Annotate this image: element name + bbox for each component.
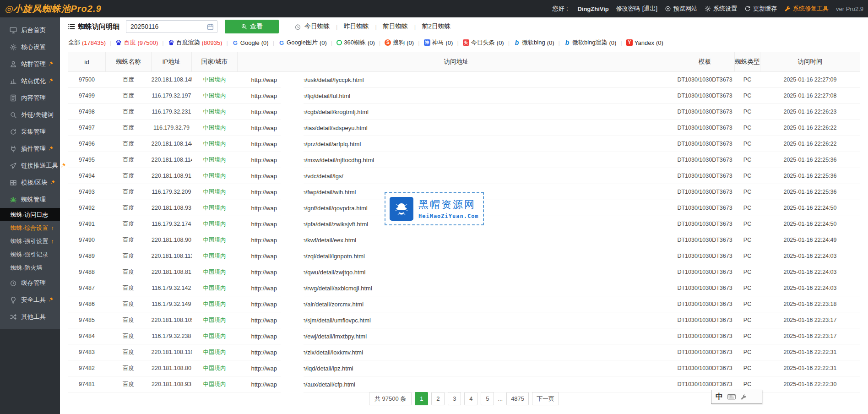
url-path: cn/sjm/detail/umfiovpc.html: [299, 317, 371, 324]
cell-spider-type: PC: [735, 248, 760, 264]
sidebar-item-蜘蛛管理[interactable]: 蜘蛛管理: [0, 191, 60, 208]
filter-360蜘蛛[interactable]: 360蜘蛛(0): [336, 38, 375, 47]
cell-spider-name: 百度: [106, 344, 152, 360]
sidebar-item-采集管理[interactable]: 采集管理: [0, 123, 60, 140]
page-button-4[interactable]: 4: [464, 392, 477, 405]
filter-count: (0): [609, 39, 617, 46]
cell-spider-name: 百度: [106, 104, 152, 120]
filter-Yandex[interactable]: YYandex(0): [626, 39, 663, 46]
cell-spider-name: 百度: [106, 232, 152, 248]
logout-link[interactable]: [退出]: [642, 5, 657, 13]
table-row: 97488百度220.181.108.81中国境内http://wapcn/qw…: [68, 264, 860, 280]
quick-link-label: 前日蜘蛛: [383, 22, 408, 31]
username: DingZhiVip: [577, 5, 608, 12]
sidebar-item-其他工具[interactable]: 其他工具: [0, 308, 60, 325]
page-button-5[interactable]: 5: [481, 392, 494, 405]
sidebar-subitem-蜘蛛·访问日志[interactable]: 蜘蛛·访问日志: [0, 208, 60, 221]
sidebar-item-外链/关键词[interactable]: 外链/关键词: [0, 106, 60, 123]
cell-region: 中国境内: [192, 216, 238, 232]
ime-toolbar[interactable]: 中: [711, 390, 762, 404]
cell-id: 97497: [68, 120, 106, 136]
cell-region: 中国境内: [192, 296, 238, 312]
update-cache-link[interactable]: 更新缓存: [744, 5, 777, 13]
stopwatch-icon: [294, 23, 301, 30]
shuffle-icon: [10, 313, 17, 321]
next-page-button[interactable]: 下一页: [532, 392, 559, 405]
pin-icon: [48, 297, 54, 303]
quick-link-前2日蜘蛛[interactable]: 前2日蜘蛛: [422, 22, 451, 31]
sidebar-item-缓存管理[interactable]: 缓存管理: [0, 274, 60, 291]
separator: |: [162, 39, 163, 46]
cell-visit-time: 2025-01-16 22:24:50: [760, 200, 860, 216]
url-prefix: http://wap: [251, 237, 277, 244]
page-button-4875[interactable]: 4875: [506, 392, 529, 405]
filter-百度渲染[interactable]: 百度渲染(80935): [168, 38, 222, 47]
sidebar-item-安全工具[interactable]: 安全工具: [0, 291, 60, 308]
cell-spider-type: PC: [735, 264, 760, 280]
cell-id: 97498: [68, 104, 106, 120]
cell-ip: 220.181.108.80: [152, 360, 192, 376]
cell-id: 97493: [68, 184, 106, 200]
system-settings-link[interactable]: 系统设置: [705, 5, 737, 13]
preview-site-link[interactable]: 预览网站: [665, 5, 697, 13]
cell-spider-name: 百度: [106, 376, 152, 392]
sidebar-subitem-蜘蛛·综合设置[interactable]: 蜘蛛·综合设置↑: [0, 221, 60, 234]
filter-微软bing渲染[interactable]: b微软bing渲染(0): [564, 38, 616, 47]
page-button-3[interactable]: 3: [448, 392, 461, 405]
calendar-icon[interactable]: [207, 23, 214, 30]
filter-Google图片[interactable]: GGoogle图片(0): [278, 38, 327, 47]
sidebar-item-label: 安全工具: [21, 296, 46, 304]
filter-Google[interactable]: GGoogle(0): [232, 39, 269, 46]
url-path: cn/iqd/detail/ipz.html: [299, 365, 353, 372]
cell-visit-time: 2025-01-16 22:22:31: [760, 360, 860, 376]
filter-搜狗[interactable]: S搜狗(0): [385, 38, 414, 47]
column-header-访问地址: 访问地址: [238, 52, 675, 72]
cell-ip: 116.179.32.209: [152, 184, 192, 200]
filter-百度[interactable]: 百度(97500): [115, 38, 158, 47]
sidebar-item-站群管理[interactable]: 站群管理: [0, 55, 60, 72]
sidebar-menu: 后台首页核心设置站群管理站点优化内容管理外链/关键词采集管理插件管理链接推送工具…: [0, 17, 60, 329]
search-icon: [10, 111, 17, 119]
sidebar-item-链接推送工具[interactable]: 链接推送工具: [0, 157, 60, 174]
cell-spider-type: PC: [735, 120, 760, 136]
date-input[interactable]: [127, 23, 207, 30]
cell-template: DT1030/1030DT3673: [675, 136, 735, 152]
cell-visit-time: 2025-01-16 22:25:36: [760, 152, 860, 168]
column-header-国家/城市: 国家/城市: [192, 52, 238, 72]
url-prefix: http://wap: [251, 333, 277, 340]
change-password-link[interactable]: 修改密码 [退出]: [616, 5, 657, 13]
page-button-2[interactable]: 2: [431, 392, 445, 405]
cell-ip: 220.181.108.114: [152, 152, 192, 168]
quick-link-昨日蜘蛛[interactable]: 昨日蜘蛛: [343, 22, 369, 31]
sidebar-item-后台首页[interactable]: 后台首页: [0, 22, 60, 38]
sidebar-item-内容管理[interactable]: 内容管理: [0, 89, 60, 106]
view-button[interactable]: 查看: [225, 20, 279, 33]
page-button-1[interactable]: 1: [415, 392, 428, 405]
sidebar-item-插件管理[interactable]: 插件管理: [0, 140, 60, 157]
ime-wrench-icon[interactable]: [740, 394, 747, 400]
sidebar-item-模板/区块[interactable]: 模板/区块: [0, 174, 60, 191]
yandex-icon: Y: [626, 39, 633, 46]
google-icon: G: [232, 39, 239, 46]
baidu-icon: [115, 39, 122, 46]
sidebar-subitem-蜘蛛·防火墙[interactable]: 蜘蛛·防火墙: [0, 261, 60, 274]
sidebar-item-核心设置[interactable]: 核心设置: [0, 38, 60, 55]
filter-全部[interactable]: 全部(178435): [68, 38, 106, 47]
cell-ip: 116.179.32.149: [152, 296, 192, 312]
cell-ip: 220.181.108.93: [152, 376, 192, 392]
filter-微软bing[interactable]: b微软bing(0): [514, 38, 554, 47]
url-prefix: http://wap: [251, 76, 277, 83]
ime-language-indicator[interactable]: 中: [716, 392, 723, 402]
quick-link-今日蜘蛛[interactable]: 今日蜘蛛: [294, 22, 330, 31]
quick-link-前日蜘蛛[interactable]: 前日蜘蛛: [383, 22, 408, 31]
filter-神马[interactable]: 神神马(0): [424, 38, 453, 47]
sidebar-item-站点优化[interactable]: 站点优化: [0, 72, 60, 89]
filter-今日头条[interactable]: 头今日头条(0): [463, 38, 504, 47]
sidebar-subitem-蜘蛛·强引设置[interactable]: 蜘蛛·强引设置↑: [0, 234, 60, 248]
system-repair-link[interactable]: 系统修复工具: [784, 5, 829, 13]
sidebar-subitem-蜘蛛·强引记录[interactable]: 蜘蛛·强引记录: [0, 248, 60, 261]
cell-spider-name: 百度: [106, 120, 152, 136]
keyboard-icon[interactable]: [727, 394, 736, 400]
table-row: 97483百度220.181.108.110中国境内http://wapcn/z…: [68, 344, 860, 360]
separator: |: [331, 39, 332, 46]
